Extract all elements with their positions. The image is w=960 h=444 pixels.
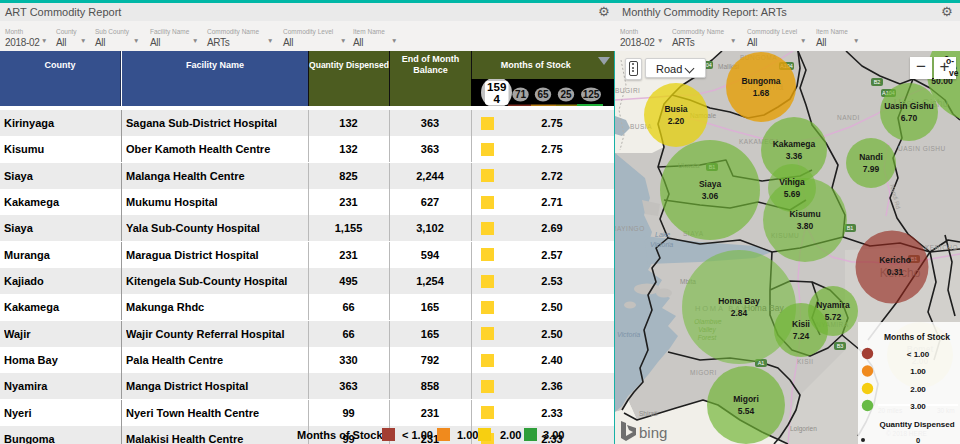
svg-text:5.69: 5.69 bbox=[784, 189, 801, 199]
svg-text:B2: B2 bbox=[874, 79, 881, 85]
svg-text:25: 25 bbox=[560, 89, 572, 100]
svg-text:B1: B1 bbox=[847, 225, 854, 231]
svg-text:BUGIRI: BUGIRI bbox=[615, 87, 640, 94]
svg-text:Lake: Lake bbox=[655, 231, 670, 238]
svg-text:KERICHO: KERICHO bbox=[925, 244, 958, 251]
svg-text:Bungoma: Bungoma bbox=[741, 76, 780, 86]
svg-text:NANDI: NANDI bbox=[837, 114, 860, 121]
svg-text:125: 125 bbox=[583, 89, 600, 100]
svg-text:1.00: 1.00 bbox=[910, 367, 926, 376]
svg-text:3.80: 3.80 bbox=[797, 221, 814, 231]
svg-text:2.84: 2.84 bbox=[731, 308, 748, 318]
svg-text:7.24: 7.24 bbox=[793, 331, 810, 341]
svg-text:Kericho: Kericho bbox=[879, 255, 911, 265]
svg-text:Kakamega: Kakamega bbox=[773, 139, 816, 149]
svg-text:1.68: 1.68 bbox=[753, 88, 770, 98]
svg-text:A1: A1 bbox=[758, 360, 765, 366]
svg-text:4: 4 bbox=[493, 93, 500, 105]
svg-text:Vihiga: Vihiga bbox=[779, 177, 805, 187]
svg-text:MIGORI: MIGORI bbox=[690, 369, 717, 376]
svg-text:UASIN GISHU: UASIN GISHU bbox=[898, 145, 946, 152]
svg-text:KISII: KISII bbox=[797, 358, 814, 365]
svg-text:0.31: 0.31 bbox=[887, 267, 904, 277]
svg-text:3.06: 3.06 bbox=[702, 191, 719, 201]
svg-text:Kisumu: Kisumu bbox=[789, 209, 820, 219]
svg-text:B3: B3 bbox=[837, 343, 844, 349]
svg-text:Migori: Migori bbox=[733, 394, 759, 404]
svg-text:Shirati: Shirati bbox=[639, 410, 657, 417]
svg-text:Victoria: Victoria bbox=[650, 241, 673, 248]
svg-text:Lolgorien: Lolgorien bbox=[790, 425, 817, 433]
svg-text:5.54: 5.54 bbox=[738, 406, 755, 416]
svg-text:Quantity Dispensed: Quantity Dispensed bbox=[879, 420, 954, 429]
svg-text:Siaya: Siaya bbox=[699, 179, 721, 189]
svg-text:0: 0 bbox=[916, 436, 920, 444]
svg-text:6.70: 6.70 bbox=[901, 113, 918, 123]
svg-text:71: 71 bbox=[515, 89, 527, 100]
svg-text:Nandi: Nandi bbox=[859, 152, 883, 162]
svg-text:2.20: 2.20 bbox=[668, 116, 685, 126]
svg-text:3.00: 3.00 bbox=[910, 402, 926, 411]
svg-text:5.72: 5.72 bbox=[825, 312, 842, 322]
svg-text:Uasin Gishu: Uasin Gishu bbox=[884, 101, 934, 111]
svg-text:Victoria: Victoria bbox=[617, 331, 640, 338]
svg-text:Kisii: Kisii bbox=[792, 319, 810, 329]
svg-text:< 1.00: < 1.00 bbox=[907, 350, 930, 359]
svg-text:bing: bing bbox=[639, 424, 667, 441]
svg-text:2.00: 2.00 bbox=[910, 385, 926, 394]
svg-text:7.99: 7.99 bbox=[863, 164, 880, 174]
svg-text:Busia: Busia bbox=[664, 104, 687, 114]
svg-text:65: 65 bbox=[537, 89, 549, 100]
svg-text:Months of Stock: Months of Stock bbox=[884, 332, 950, 342]
svg-text:MAYINGO: MAYINGO bbox=[615, 225, 645, 232]
svg-text:3.36: 3.36 bbox=[786, 151, 803, 161]
svg-text:159: 159 bbox=[487, 81, 506, 93]
svg-text:Homa Bay: Homa Bay bbox=[718, 296, 760, 306]
svg-text:Nyamira: Nyamira bbox=[816, 300, 850, 310]
